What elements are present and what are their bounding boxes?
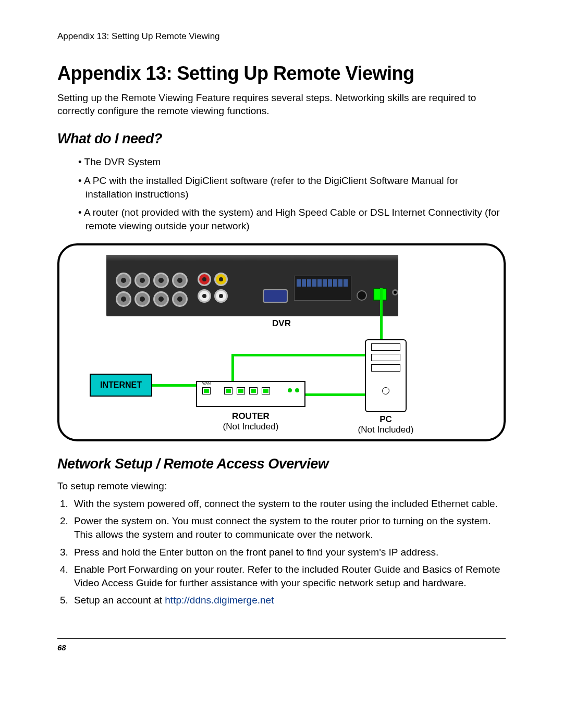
need-list: The DVR System A PC with the installed D… [57, 155, 506, 232]
bnc-connectors [116, 273, 188, 307]
dc-jack [392, 289, 398, 295]
router-leds [288, 388, 299, 392]
pc-label: PC [365, 414, 407, 425]
router-port-4 [262, 387, 270, 394]
router-note: (Not Included) [206, 422, 295, 432]
intro-paragraph: Setting up the Remote Viewing Feature re… [57, 92, 506, 117]
list-item: Setup an account at http://ddns.digimerg… [71, 594, 506, 607]
network-diagram: DVR INTERNET WAN [57, 243, 506, 441]
vga-port [263, 289, 288, 303]
page-number: 68 [57, 643, 506, 652]
section-network-setup-overview: Network Setup / Remote Access Overview [57, 456, 506, 472]
router-label: ROUTER [206, 411, 295, 422]
svideo-port [357, 290, 367, 301]
internet-label: INTERNET [100, 380, 142, 390]
steps-list: With the system powered off, connect the… [57, 497, 506, 607]
cable-dvr-to-router [231, 354, 383, 356]
page: Appendix 13: Setting Up Remote Viewing A… [0, 0, 563, 728]
ddns-link[interactable]: http://ddns.digimerge.net [165, 595, 274, 606]
diagram-frame: DVR INTERNET WAN [57, 243, 506, 441]
section-what-do-i-need: What do I need? [57, 131, 506, 147]
pc-device [365, 339, 407, 412]
list-item: Enable Port Forwarding on your router. R… [71, 563, 506, 589]
list-item: With the system powered off, connect the… [71, 497, 506, 511]
page-title: Appendix 13: Setting Up Remote Viewing [57, 63, 506, 84]
list-item: Press and hold the Enter button on the f… [71, 546, 506, 559]
list-item: A PC with the installed DigiClient softw… [78, 174, 506, 201]
step5-prefix: Setup an account at [74, 595, 165, 606]
dvr-label: DVR [272, 318, 291, 329]
router-port-2 [237, 387, 245, 394]
list-item: The DVR System [78, 155, 506, 169]
router-port-1 [224, 387, 232, 394]
dvr-device [106, 255, 398, 316]
overview-lead: To setup remote viewing: [57, 480, 506, 492]
router-port-3 [249, 387, 258, 394]
router-device: WAN [196, 381, 305, 407]
terminal-block [294, 276, 351, 301]
router-port-label-wan: WAN [202, 381, 211, 385]
router-port-wan [202, 387, 211, 394]
list-item: Power the system on. You must connect th… [71, 514, 506, 541]
pc-note: (Not Included) [349, 425, 422, 435]
footer-rule [57, 638, 506, 639]
list-item: A router (not provided with the system) … [78, 206, 506, 232]
running-head: Appendix 13: Setting Up Remote Viewing [57, 31, 506, 42]
internet-box: INTERNET [90, 374, 152, 397]
rca-connectors [198, 273, 228, 303]
pc-power-icon [382, 387, 389, 394]
